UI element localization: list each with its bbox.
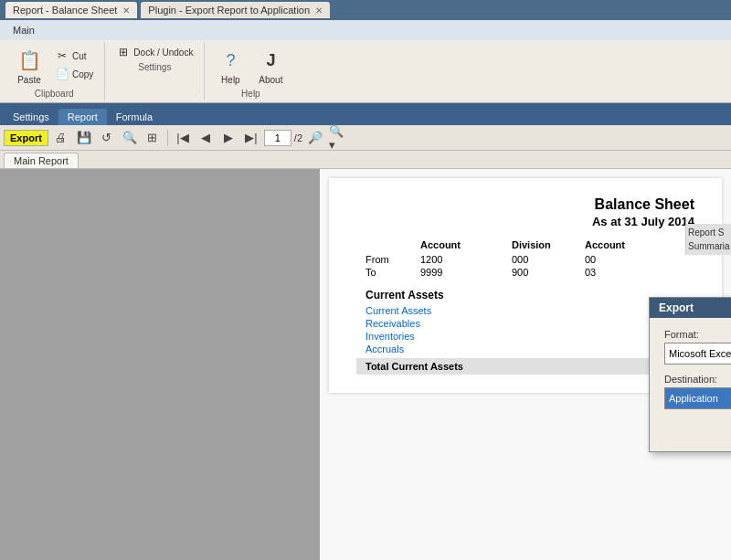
export-button[interactable]: Export [4, 130, 48, 146]
settings-label: Settings [138, 62, 171, 72]
help-button[interactable]: ? Help [212, 44, 249, 87]
ribbon-menu: Main [0, 20, 731, 40]
tab-plugin-export[interactable]: Plugin - Export Report to Application ✕ [141, 2, 330, 18]
separator1 [167, 130, 168, 146]
dock-undock-button[interactable]: ⊞ Dock / Undock [112, 44, 196, 60]
paste-button[interactable]: 📋 Paste [11, 44, 48, 87]
report-title: Balance Sheet [356, 196, 694, 213]
tab2-close-icon[interactable]: ✕ [315, 5, 323, 16]
clipboard-buttons: 📋 Paste ✂ Cut 📄 Copy [11, 44, 97, 87]
right-annotation: Report S Summaria [685, 224, 731, 255]
clipboard-label: Clipboard [35, 89, 74, 99]
dialog-buttons: OK Cancel [664, 422, 731, 440]
link-accruals[interactable]: Accruals [366, 343, 685, 354]
tree-icon-btn[interactable]: ⊞ [143, 128, 163, 148]
link-receivables[interactable]: Receivables [366, 318, 685, 329]
current-assets-title: Current Assets [366, 289, 685, 301]
group-clipboard: 📋 Paste ✂ Cut 📄 Copy Clipboard [4, 42, 105, 100]
find-icon-btn[interactable]: 🔎 [305, 128, 325, 148]
menu-main[interactable]: Main [5, 24, 42, 37]
to-row: To 9999 900 03 [356, 267, 694, 278]
tab-settings[interactable]: Settings [4, 109, 58, 125]
link-current-assets[interactable]: Current Assets [366, 305, 685, 316]
main-report-tab[interactable]: Main Report [4, 153, 79, 168]
zoom-icon-btn[interactable]: 🔍▾ [328, 128, 348, 148]
page-number-input[interactable] [264, 130, 291, 146]
help-label: Help [241, 89, 260, 99]
dock-icon: ⊞ [116, 45, 131, 59]
refresh-icon-btn[interactable]: ↺ [97, 128, 117, 148]
link-inventories[interactable]: Inventories [366, 331, 685, 342]
print-icon-btn[interactable]: 🖨 [51, 128, 71, 148]
from-row: From 1200 000 00 [356, 254, 694, 265]
report-toolbar: Export 🖨 💾 ↺ 🔍 ⊞ |◀ ◀ ▶ ▶| /2 🔎 🔍▾ [0, 125, 731, 151]
copy-icon: 📄 [55, 67, 69, 81]
dialog-body: Format: Micosoft Excel (97-2003) Destina… [650, 318, 731, 451]
total-current-assets-row: Total Current Assets [356, 358, 694, 375]
report-subtitle: As at 31 July 2014 [356, 215, 694, 228]
about-button[interactable]: J About [252, 44, 289, 87]
ribbon: Main 📋 Paste ✂ Cut 📄 Copy [0, 20, 731, 103]
tab-report[interactable]: Report [58, 109, 107, 125]
settings-buttons: ⊞ Dock / Undock [112, 44, 196, 60]
title-bar: Report - Balance Sheet ✕ Plugin - Export… [0, 0, 731, 20]
copy-button[interactable]: 📄 Copy [51, 66, 97, 82]
tab-formula[interactable]: Formula [107, 109, 162, 125]
total-pages: /2 [294, 132, 302, 143]
group-settings: ⊞ Dock / Undock Settings [105, 42, 205, 100]
paste-icon: 📋 [15, 46, 44, 75]
current-assets-section: Current Assets Current Assets Receivable… [356, 289, 694, 354]
report-tab-strip: Main Report [0, 151, 731, 169]
about-icon: J [256, 46, 285, 75]
first-page-btn[interactable]: |◀ [173, 128, 193, 148]
destination-select[interactable]: Application [664, 387, 731, 409]
tab1-close-icon[interactable]: ✕ [122, 5, 130, 16]
filter-icon-btn[interactable]: 🔍 [120, 128, 140, 148]
format-label: Format: [664, 329, 731, 340]
last-page-btn[interactable]: ▶| [241, 128, 261, 148]
format-select[interactable]: Micosoft Excel (97-2003) [664, 343, 731, 365]
tab-report-balance-sheet[interactable]: Report - Balance Sheet ✕ [5, 2, 137, 18]
cut-button[interactable]: ✂ Cut [51, 48, 97, 64]
cut-icon: ✂ [55, 48, 69, 63]
dialog-title: Export [650, 298, 731, 318]
export-dialog: Export Format: Micosoft Excel (97-2003) … [649, 297, 731, 452]
destination-label: Destination: [664, 374, 731, 385]
help-icon: ? [216, 46, 245, 75]
report-table-header: Account Division Account [356, 239, 694, 250]
ribbon-body: 📋 Paste ✂ Cut 📄 Copy Clipboard [0, 40, 731, 102]
save-icon-btn[interactable]: 💾 [74, 128, 94, 148]
left-panel [0, 169, 320, 560]
prev-page-btn[interactable]: ◀ [196, 128, 216, 148]
main-area: Balance Sheet As at 31 July 2014 Account… [0, 169, 731, 560]
help-buttons: ? Help J About [212, 44, 289, 87]
group-help: ? Help J About Help [205, 42, 296, 100]
toolbar-tabs: Settings Report Formula [0, 103, 731, 125]
right-panel: Balance Sheet As at 31 July 2014 Account… [320, 169, 731, 560]
next-page-btn[interactable]: ▶ [218, 128, 238, 148]
